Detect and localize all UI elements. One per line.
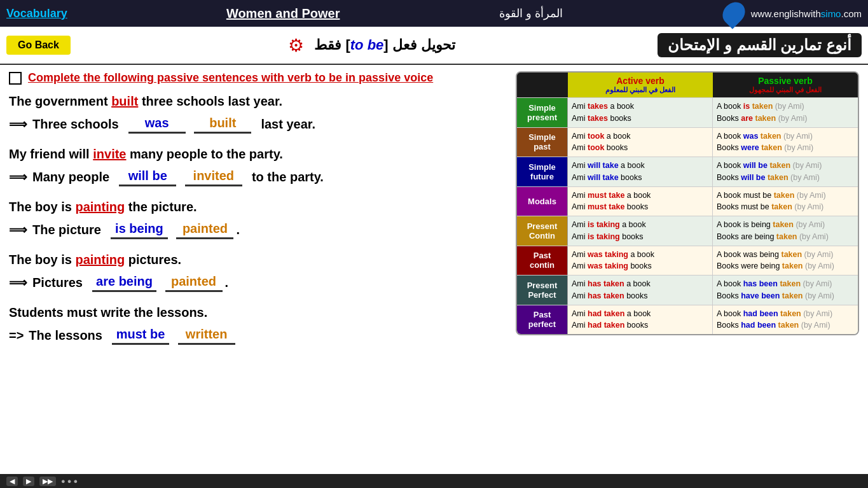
next-button[interactable]: ▶▶ <box>39 477 56 486</box>
row-simple-past: Simplepast Ami took a book Ami took book… <box>517 127 858 157</box>
exercise-3-answer: ⟹ The picture is being painted. <box>9 220 506 239</box>
blank-invited: invited <box>185 167 242 186</box>
arrow-3: ⟹ <box>9 221 27 239</box>
blank-is-being: is being <box>111 220 168 239</box>
table-header: Active verb الفعل في المبني للمعلوم Pass… <box>517 73 858 97</box>
th-active-label: Active verb <box>572 76 709 86</box>
arrow-1: ⟹ <box>9 115 27 133</box>
prev-button[interactable]: ◀ <box>6 477 18 486</box>
bird-logo <box>718 0 749 29</box>
tense-simple-present: Simplepresent <box>517 98 568 127</box>
blank-was: was <box>128 114 186 134</box>
header-title-ar: أنوع تمارين القسم و الإمتحان <box>658 33 862 57</box>
verb-painting-2: painting <box>75 253 125 267</box>
blank-will-be: will be <box>119 167 176 186</box>
subtitle-ar: تحويل فعل [to be] فقط <box>314 37 455 53</box>
play-button[interactable]: ▶ <box>23 477 34 486</box>
arrow-2: ⟹ <box>9 168 27 186</box>
top-bar-center: Women and Power <box>226 6 340 21</box>
exercise-5-answer: => The lessons must be written <box>9 325 506 345</box>
active-modals: Ami must take a book Ami must take books <box>568 187 713 216</box>
tense-simple-future: Simplefuture <box>517 157 568 186</box>
blank-painted-1: painted <box>176 220 233 239</box>
exercise-2: My friend will invite many people to the… <box>9 145 506 186</box>
verb-painting-1: painting <box>75 200 125 214</box>
active-simple-present: Ami takes a book Ami takes books <box>568 98 713 127</box>
th-active: Active verb الفعل في المبني للمعلوم <box>568 73 713 97</box>
row-simple-future: Simplefuture Ami will take a book Ami wi… <box>517 157 858 186</box>
tense-modals: Modals <box>517 187 568 216</box>
exercise-3-sentence: The boy is painting the picture. <box>9 198 506 216</box>
row-present-perfect: PresentPerfect Ami has taken a book Ami … <box>517 275 858 305</box>
exercise-1: The government built three schools last … <box>9 92 506 134</box>
active-past-perfect: Ami had taken a book Ami had taken books <box>568 305 713 335</box>
row-modals: Modals Ami must take a book Ami must tak… <box>517 186 858 216</box>
vocabulary-link[interactable]: Vocabulary <box>6 7 67 20</box>
row-past-perfect: Pastperfect Ami had taken a book Ami had… <box>517 305 858 335</box>
arrow-4: ⟹ <box>9 274 27 291</box>
passive-simple-present: A book is taken (by Ami) Books are taken… <box>713 98 858 127</box>
header-row: Go Back ⚙ تحويل فعل [to be] فقط أنوع تما… <box>0 27 868 65</box>
go-back-button[interactable]: Go Back <box>6 36 71 55</box>
tense-past-perfect: Pastperfect <box>517 305 568 335</box>
th-passive: Passive verb الفعل في المبني للمجهول <box>713 73 858 97</box>
tense-present-perfect: PresentPerfect <box>517 275 568 305</box>
th-active-ar: الفعل في المبني للمعلوم <box>572 86 709 94</box>
exercise-5-sentence: Students must write the lessons. <box>9 303 506 321</box>
arrow-5: => <box>9 326 24 344</box>
exercise-5: Students must write the lessons. => The … <box>9 303 506 345</box>
exercise-2-answer: ⟹ Many people will be invited to the par… <box>9 167 506 186</box>
main-content: Complete the following passive sentences… <box>0 65 868 488</box>
passive-present-contin: A book is being taken (by Ami) Books are… <box>713 216 858 246</box>
blank-painted-2: painted <box>165 272 223 292</box>
tense-past-contin: Pastcontin <box>517 246 568 275</box>
passive-simple-past: A book was taken (by Ami) Books were tak… <box>713 128 858 157</box>
passive-simple-future: A book will be taken (by Ami) Books will… <box>713 157 858 186</box>
passive-past-contin: A book was being taken (by Ami) Books we… <box>713 246 858 275</box>
active-present-perfect: Ami has taken a book Ami has taken books <box>568 275 713 305</box>
row-simple-present: Simplepresent Ami takes a book Ami takes… <box>517 97 858 127</box>
website-url: www.englishwithsimo.com <box>751 8 862 19</box>
blank-must-be: must be <box>112 325 169 345</box>
th-passive-label: Passive verb <box>717 76 854 86</box>
exercise-4: The boy is painting pictures. ⟹ Pictures… <box>9 251 506 292</box>
tense-simple-past: Simplepast <box>517 128 568 157</box>
row-present-contin: PresentContin Ami is taking a book Ami i… <box>517 216 858 246</box>
active-past-contin: Ami was taking a book Ami was taking boo… <box>568 246 713 275</box>
instruction-line: Complete the following passive sentences… <box>9 71 506 85</box>
verb-built: built <box>111 94 138 108</box>
lesson-title-en: Women and Power <box>226 6 340 21</box>
bottom-bar: ◀ ▶ ▶▶ ● ● ● <box>0 474 868 488</box>
blank-written: written <box>178 325 235 345</box>
row-past-contin: Pastcontin Ami was taking a book Ami was… <box>517 246 858 275</box>
passive-past-perfect: A book had been taken (by Ami) Books had… <box>713 305 858 335</box>
exercise-4-sentence: The boy is painting pictures. <box>9 251 506 268</box>
lesson-title-ar: المرأة و القوة <box>499 6 563 20</box>
passive-present-perfect: A book has been taken (by Ami) Books hav… <box>713 275 858 305</box>
passive-modals: A book must be taken (by Ami) Books must… <box>713 187 858 216</box>
slide-info: ● ● ● <box>61 477 78 485</box>
active-simple-past: Ami took a book Ami took books <box>568 128 713 157</box>
blank-are-being: are being <box>92 272 156 292</box>
left-panel: Complete the following passive sentences… <box>9 71 506 482</box>
active-present-contin: Ami is taking a book Ami is taking books <box>568 216 713 246</box>
exercise-4-answer: ⟹ Pictures are being painted. <box>9 272 506 292</box>
th-passive-ar: الفعل في المبني للمجهول <box>717 86 854 94</box>
exercise-2-sentence: My friend will invite many people to the… <box>9 145 506 163</box>
verb-invite: invite <box>93 147 126 161</box>
grammar-table: Active verb الفعل في المبني للمعلوم Pass… <box>516 71 859 335</box>
gear-icon: ⚙ <box>288 35 304 56</box>
exercise-1-sentence: The government built three schools last … <box>9 92 506 110</box>
tense-present-contin: PresentContin <box>517 216 568 246</box>
top-bar: Vocabulary Women and Power المرأة و القو… <box>0 0 868 27</box>
checkbox-icon <box>9 72 22 85</box>
instruction-text: Complete the following passive sentences… <box>28 71 433 85</box>
active-simple-future: Ami will take a book Ami will take books <box>568 157 713 186</box>
blank-built: built <box>194 114 251 134</box>
th-blank <box>517 73 568 97</box>
exercise-3: The boy is painting the picture. ⟹ The p… <box>9 198 506 239</box>
exercise-1-answer: ⟹ Three schools was built last year. <box>9 114 506 134</box>
